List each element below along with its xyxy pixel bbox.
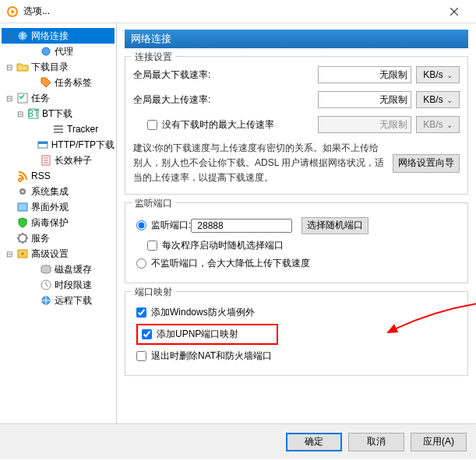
nav-label: 时段限速 xyxy=(55,279,92,292)
no-dl-input xyxy=(318,116,411,133)
tag-icon xyxy=(40,76,52,89)
window-title: 选项... xyxy=(23,5,439,18)
add-firewall-checkbox[interactable] xyxy=(136,307,146,318)
titlebar: 选项... xyxy=(0,0,476,23)
adv-icon xyxy=(16,248,29,260)
add-upnp-label: 添加UPNP端口映射 xyxy=(157,328,238,341)
nav-label: Tracker xyxy=(67,124,98,135)
nav-label: 界面外观 xyxy=(31,201,69,214)
close-button[interactable] xyxy=(439,1,470,23)
nav-services[interactable]: ·服务 xyxy=(2,230,115,246)
nav-label: 下载目录 xyxy=(31,61,69,74)
max-dl-input[interactable] xyxy=(318,66,411,83)
max-ul-input[interactable] xyxy=(318,91,411,108)
nav-advanced[interactable]: ⊟高级设置 xyxy=(2,246,115,262)
globe-icon xyxy=(40,45,52,58)
globe-icon xyxy=(16,30,29,42)
http-icon xyxy=(37,139,49,151)
no-listen-radio[interactable] xyxy=(136,258,146,269)
sidebar: ⊟网络连接 ·代理 ⊟下载目录 ·任务标签 ⊟任务 ⊟BTBT下载 ·Track… xyxy=(0,23,117,423)
delete-nat-checkbox[interactable] xyxy=(136,351,146,361)
svg-rect-13 xyxy=(38,142,48,144)
main-panel: 网络连接 连接设置 全局最大下载速率: KB/s 全局最大上传速率: KB/s … xyxy=(117,23,476,423)
nav-download-dir[interactable]: ⊟下载目录 xyxy=(2,59,115,75)
random-each-start-checkbox[interactable] xyxy=(147,241,157,251)
nav-tasks[interactable]: ⊟任务 xyxy=(2,90,115,106)
gear-icon xyxy=(16,232,29,244)
svg-point-1 xyxy=(11,10,14,13)
gear-icon xyxy=(16,185,29,198)
nav-label: 代理 xyxy=(55,45,73,58)
svg-rect-11 xyxy=(54,132,63,133)
nav-remote[interactable]: ·远程下载 xyxy=(2,293,115,308)
nav-label: 网络连接 xyxy=(31,30,69,43)
dialog-footer: 确定 取消 应用(A) xyxy=(0,423,476,459)
svg-point-5 xyxy=(42,47,50,55)
network-wizard-button[interactable]: 网络设置向导 xyxy=(393,154,460,173)
folder-icon xyxy=(16,61,29,73)
nav-schedule-limit[interactable]: ·时段限速 xyxy=(2,277,115,293)
no-dl-checkbox[interactable] xyxy=(147,120,157,130)
nav-label: 远程下载 xyxy=(55,294,92,307)
svg-rect-17 xyxy=(18,203,27,211)
nav-appearance[interactable]: ·界面外观 xyxy=(2,199,115,215)
nav-proxy[interactable]: ·代理 xyxy=(2,44,115,59)
remote-icon xyxy=(40,294,52,307)
svg-rect-10 xyxy=(54,128,63,130)
list-icon xyxy=(52,123,65,135)
no-dl-label: 没有下载时的最大上传速率 xyxy=(162,118,274,132)
nav-longlife-seed[interactable]: ·长效种子 xyxy=(2,153,115,168)
apply-button[interactable]: 应用(A) xyxy=(411,433,467,451)
nav-bt[interactable]: ⊟BTBT下载 xyxy=(2,106,115,121)
max-ul-unit-combo[interactable]: KB/s xyxy=(416,91,460,108)
nav-label: BT下载 xyxy=(42,107,72,121)
bt-icon: BT xyxy=(27,107,40,120)
clock-icon xyxy=(40,279,52,291)
ui-icon xyxy=(16,201,29,213)
delete-nat-label: 退出时删除NAT和防火墙端口 xyxy=(151,349,272,363)
listen-port-radio[interactable] xyxy=(136,220,146,230)
nav-sys-integration[interactable]: ·系统集成 xyxy=(2,184,115,199)
nav-tracker[interactable]: ·Tracker xyxy=(2,121,115,137)
nav-label: 系统集成 xyxy=(31,185,69,198)
max-dl-label: 全局最大下载速率: xyxy=(133,68,250,82)
nav-task-tags[interactable]: ·任务标签 xyxy=(2,75,115,90)
rss-icon xyxy=(16,170,29,182)
add-upnp-checkbox[interactable] xyxy=(142,329,152,339)
nav-network[interactable]: ⊟网络连接 xyxy=(2,28,115,44)
group-legend: 监听端口 xyxy=(132,197,175,210)
ok-button[interactable]: 确定 xyxy=(286,433,342,451)
shield-icon xyxy=(16,216,29,229)
hint-text: 建议:你的下载速度与上传速度有密切的关系。如果不上传给别人，别人也不会让你下载。… xyxy=(133,141,388,186)
no-listen-label: 不监听端口，会大大降低上传下载速度 xyxy=(151,257,310,270)
app-icon xyxy=(6,5,19,18)
add-firewall-label: 添加Windows防火墙例外 xyxy=(151,306,255,319)
nav-antivirus[interactable]: ·病毒保护 xyxy=(2,215,115,230)
group-listen-port: 监听端口 监听端口: 选择随机端口 每次程序启动时随机选择端口 不监听端口，会大… xyxy=(125,202,468,283)
cancel-button[interactable]: 取消 xyxy=(348,433,404,451)
port-input[interactable] xyxy=(191,219,292,233)
nav-disk-cache[interactable]: ·磁盘缓存 xyxy=(2,262,115,277)
nav-http[interactable]: ·HTTP/FTP下载 xyxy=(2,137,115,153)
nav-label: 任务 xyxy=(31,92,50,105)
task-icon xyxy=(16,92,29,104)
nav-label: 病毒保护 xyxy=(31,216,69,230)
group-port-mapping: 端口映射 添加Windows防火墙例外 添加UPNP端口映射 退出时删除NAT和… xyxy=(125,291,468,376)
nav-tree: ⊟网络连接 ·代理 ⊟下载目录 ·任务标签 ⊟任务 ⊟BTBT下载 ·Track… xyxy=(2,28,115,308)
disk-icon xyxy=(40,263,52,276)
svg-text:BT: BT xyxy=(27,108,40,119)
svg-point-20 xyxy=(21,252,24,255)
svg-point-16 xyxy=(22,191,24,193)
nav-label: 服务 xyxy=(31,232,50,245)
panel-title: 网络连接 xyxy=(125,30,468,48)
random-port-button[interactable]: 选择随机端口 xyxy=(301,217,368,234)
nav-label: 长效种子 xyxy=(55,154,92,167)
random-each-label: 每次程序启动时随机选择端口 xyxy=(162,239,284,252)
max-dl-unit-combo[interactable]: KB/s xyxy=(416,66,460,83)
svg-rect-9 xyxy=(54,125,63,127)
group-legend: 端口映射 xyxy=(132,286,175,299)
nav-rss[interactable]: ·RSS xyxy=(2,168,115,184)
group-legend: 连接设置 xyxy=(132,51,175,64)
max-ul-label: 全局最大上传速率: xyxy=(133,93,250,107)
upnp-highlight: 添加UPNP端口映射 xyxy=(136,324,278,345)
